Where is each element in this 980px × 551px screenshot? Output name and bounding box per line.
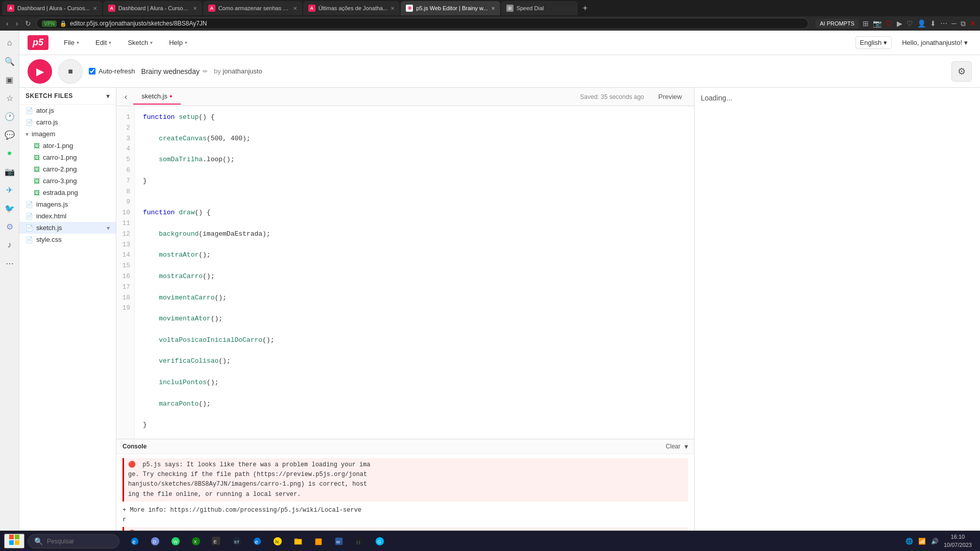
tab-close-2[interactable]: ✕ [193, 6, 197, 11]
taskbar-edge-icon[interactable]: e [127, 533, 143, 549]
file-item-carro-js[interactable]: 📄 carro.js [19, 116, 116, 128]
taskbar-norton-icon[interactable]: N [270, 533, 286, 549]
taskbar-files-icon[interactable] [310, 533, 327, 549]
file-item-ator-png[interactable]: 🖼 ator-1.png [19, 140, 116, 152]
refresh-button[interactable]: ↻ [23, 19, 33, 28]
console-expand-button[interactable]: ▾ [684, 442, 688, 450]
file-item-style-css[interactable]: 📄 style.css [19, 234, 116, 245]
sidebar-search-icon[interactable]: 🔍 [2, 53, 18, 69]
taskbar-explorer-icon[interactable] [290, 533, 306, 549]
profile-button[interactable]: 👤 [917, 19, 926, 28]
search-bar[interactable]: 🔍 [28, 534, 119, 548]
address-bar[interactable]: VPN 🔒 editor.p5js.org/jonathanjusto/sket… [36, 18, 808, 29]
ai-prompts-button[interactable]: AI PROMPTS [816, 19, 859, 28]
sidebar-tabs-icon[interactable]: ▣ [2, 71, 18, 88]
sidebar-whatsapp-icon[interactable]: ● [2, 145, 18, 161]
file-tree-toggle[interactable]: ▾ [106, 92, 110, 100]
tab-close-4[interactable]: ✕ [390, 6, 395, 11]
play-button[interactable]: ▶ [28, 59, 52, 84]
search-input[interactable] [47, 538, 108, 545]
language-arrow: ▾ [884, 39, 887, 46]
taskbar-whatsapp-icon[interactable]: W [167, 533, 184, 549]
shield-button[interactable]: 🛡 [886, 19, 893, 28]
author-link[interactable]: jonathanjusto [223, 67, 262, 75]
taskbar-word-icon[interactable]: W [331, 533, 347, 549]
camera-button[interactable]: 📷 [873, 19, 881, 28]
settings-button[interactable]: ⚙ [951, 61, 972, 82]
language-selector[interactable]: English ▾ [855, 36, 892, 49]
taskbar-steam-icon[interactable]: ST [229, 533, 245, 549]
sidebar-discord-icon[interactable]: ⚙ [2, 218, 18, 235]
tab-3[interactable]: A Como armazenar senhas n... ✕ [203, 1, 302, 15]
menu-button[interactable]: ⋯ [940, 19, 947, 28]
sidebar-history-icon[interactable]: 🕐 [2, 108, 18, 124]
auto-refresh-checkbox[interactable] [89, 68, 95, 74]
taskbar-devtools-icon[interactable]: { } [351, 533, 368, 549]
editor-tab-sketch-js[interactable]: sketch.js • [133, 89, 180, 105]
console-error-text-1: p5.js says: It looks like there was a pr… [128, 461, 371, 498]
file-item-imagem-folder[interactable]: ▾ imagem [19, 128, 116, 140]
tab-6[interactable]: ⊞ Speed Dial [501, 1, 578, 15]
forward-button[interactable]: › [14, 19, 20, 28]
taskbar-xbox-icon[interactable]: X [188, 533, 204, 549]
file-item-carro3-png[interactable]: 🖼 carro-3.png [19, 175, 116, 187]
file-item-index-html[interactable]: 📄 index.html [19, 210, 116, 222]
tab-1[interactable]: A Dashboard | Alura - Cursos... ✕ [2, 1, 102, 15]
console-clear-button[interactable]: Clear [666, 443, 680, 450]
tab-close-1[interactable]: ✕ [93, 6, 97, 11]
tab-close-5[interactable]: ✕ [491, 6, 495, 11]
tab-favicon-3: A [208, 5, 215, 12]
sidebar-instagram-icon[interactable]: 📷 [2, 163, 18, 180]
sidebar-telegram-icon[interactable]: ✈ [2, 182, 18, 198]
time-display[interactable]: 16:10 10/07/2023 [944, 533, 972, 549]
taskbar-logitech-icon[interactable]: G [372, 533, 388, 549]
restore-button[interactable]: ⧉ [961, 19, 966, 28]
address-text: editor.p5js.org/jonathanjusto/sketches/8… [70, 20, 207, 27]
heart-button[interactable]: ♡ [906, 19, 913, 28]
file-item-ator-js[interactable]: 📄 ator.js [19, 105, 116, 116]
lock-icon: 🔒 [60, 20, 67, 27]
extensions-button[interactable]: ⊞ [863, 19, 869, 28]
sidebar-home-icon[interactable]: ⌂ [2, 35, 18, 51]
file-menu[interactable]: File ▾ [59, 36, 84, 49]
user-greeting[interactable]: Hello, jonathanjusto! ▾ [898, 37, 972, 48]
by-label: by jonathanjusto [214, 67, 262, 75]
help-menu[interactable]: Help ▾ [164, 36, 192, 49]
file-item-sketch-js[interactable]: 📄 sketch.js ▾ [19, 222, 116, 234]
file-item-imagens-js[interactable]: 📄 imagens.js [19, 198, 116, 210]
left-sidebar: ⌂ 🔍 ▣ ☆ 🕐 💬 ● 📷 ✈ 🐦 ⚙ ♪ ⋯ [0, 31, 19, 551]
file-icon-js: 📄 [26, 107, 33, 114]
sidebar-messenger-icon[interactable]: 💬 [2, 127, 18, 143]
download-button[interactable]: ⬇ [930, 19, 936, 28]
sidebar-bookmarks-icon[interactable]: ☆ [2, 90, 18, 106]
tab-2[interactable]: A Dashboard | Alura - Cursos... ✕ [103, 1, 202, 15]
stop-button[interactable]: ■ [58, 59, 83, 84]
console-error-icon-1: 🔴 [128, 461, 136, 468]
edit-menu[interactable]: Edit ▾ [90, 36, 116, 49]
start-button[interactable] [4, 534, 24, 548]
new-tab-button[interactable]: + [579, 4, 592, 13]
taskbar-edge2-icon[interactable]: e [249, 533, 265, 549]
editor-back-button[interactable]: ‹ [120, 90, 131, 104]
date: 10/07/2023 [944, 541, 972, 549]
tab-4[interactable]: A Últimas ações de Jonatha... ✕ [303, 1, 400, 15]
file-item-estrada-png[interactable]: 🖼 estrada.png [19, 187, 116, 198]
sidebar-more-icon[interactable]: ⋯ [2, 255, 18, 271]
play-button[interactable]: ▶ [897, 19, 902, 28]
sketch-menu[interactable]: Sketch ▾ [122, 36, 158, 49]
edit-sketch-name-icon[interactable]: ✏ [203, 68, 208, 75]
code-area[interactable]: 12345 678910 1112131415 16171819 functio… [116, 106, 694, 439]
tab-5[interactable]: ✳ p5.js Web Editor | Brainy w... ✕ [401, 1, 500, 15]
tab-close-3[interactable]: ✕ [293, 6, 297, 11]
close-browser-button[interactable]: ✕ [970, 19, 976, 28]
taskbar-epic-icon[interactable]: E [208, 533, 225, 549]
sidebar-twitter-icon[interactable]: 🐦 [2, 200, 18, 216]
sidebar-tiktok-icon[interactable]: ♪ [2, 237, 18, 253]
taskbar-discord-icon[interactable]: D [147, 533, 163, 549]
back-button[interactable]: ‹ [4, 19, 11, 28]
minimize-button[interactable]: ─ [951, 19, 957, 28]
loading-text: Loading... [701, 94, 732, 102]
file-item-carro2-png[interactable]: 🖼 carro-2.png [19, 163, 116, 175]
code-content[interactable]: function setup() { createCanvas(500, 400… [135, 106, 694, 439]
file-item-carro1-png[interactable]: 🖼 carro-1.png [19, 152, 116, 163]
